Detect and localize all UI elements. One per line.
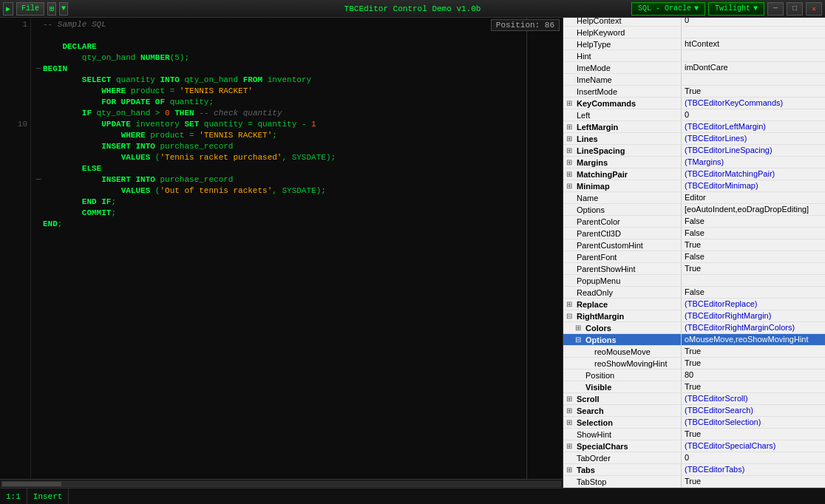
property-list[interactable]: Height580HelpContext0HelpKeywordHelpType…: [563, 18, 825, 488]
toolbar-dropdown[interactable]: ▼: [59, 2, 68, 16]
property-row[interactable]: ParentColorFalse: [563, 216, 825, 228]
property-row[interactable]: ⊞Scroll(TBCEditorScroll): [563, 393, 825, 405]
property-row[interactable]: ⊞MatchingPair(TBCEditorMatchingPair): [563, 168, 825, 180]
expand-icon[interactable]: ⊟: [575, 336, 584, 344]
property-row[interactable]: reoShowMovingHintTrue: [563, 358, 825, 370]
property-row[interactable]: ImeName: [563, 74, 825, 86]
property-row[interactable]: ⊞Minimap(TBCEditorMinimap): [563, 180, 825, 192]
property-row[interactable]: InsertModeTrue: [563, 86, 825, 98]
close-button[interactable]: ✕: [806, 2, 822, 16]
fold-marker[interactable]: [34, 163, 43, 174]
expand-icon[interactable]: ⊞: [566, 442, 575, 450]
property-row[interactable]: HelpTypehtContext: [563, 38, 825, 50]
property-row[interactable]: ImeModeimDontCare: [563, 62, 825, 74]
expand-icon[interactable]: ⊞: [566, 395, 575, 403]
property-row[interactable]: ShowHintTrue: [563, 429, 825, 440]
fold-marker[interactable]: ─: [34, 64, 43, 75]
fold-marker[interactable]: [34, 197, 43, 208]
file-menu[interactable]: File: [16, 2, 44, 16]
property-row[interactable]: ⊞Selection(TBCEditorSelection): [563, 417, 825, 429]
sql-oracle-dropdown[interactable]: SQL - Oracle ▼: [631, 2, 705, 16]
expand-icon[interactable]: ⊞: [566, 99, 575, 107]
property-row[interactable]: NameEditor: [563, 192, 825, 204]
scroll-track[interactable]: [1, 481, 561, 487]
property-name: ⊞Minimap: [563, 180, 682, 191]
expand-icon[interactable]: ⊟: [566, 312, 575, 320]
property-row[interactable]: ⊞KeyCommands(TBCEditorKeyCommands): [563, 98, 825, 109]
fold-marker[interactable]: [34, 108, 43, 119]
expand-icon[interactable]: ⊞: [566, 406, 575, 415]
fold-marker[interactable]: [34, 185, 43, 197]
property-row[interactable]: ParentCtl3DFalse: [563, 228, 825, 239]
property-row[interactable]: ⊟RightMargin(TBCEditorRightMargin): [563, 310, 825, 322]
fold-marker[interactable]: [34, 41, 43, 52]
twilight-dropdown[interactable]: Twilight ▼: [708, 2, 764, 16]
property-row[interactable]: Left0: [563, 109, 825, 121]
code-area[interactable]: Position: 86 -- Sample SQL DECLARE qty_o…: [31, 18, 563, 479]
property-row[interactable]: Options[eoAutoIndent,eoDragDropEditing]: [563, 204, 825, 216]
property-row[interactable]: TabOrder0: [563, 452, 825, 464]
property-row[interactable]: HelpContext0: [563, 18, 825, 27]
fold-marker[interactable]: [34, 130, 43, 141]
property-row[interactable]: ParentShowHintTrue: [563, 263, 825, 275]
expand-icon[interactable]: ⊞: [566, 466, 575, 474]
property-name: ⊞Tabs: [563, 464, 682, 475]
expand-icon[interactable]: ⊞: [566, 418, 575, 426]
fold-marker[interactable]: [34, 119, 43, 130]
property-row[interactable]: Hint: [563, 50, 825, 62]
app-icon[interactable]: ▶: [3, 2, 13, 16]
property-row[interactable]: ⊞Replace(TBCEditorReplace): [563, 299, 825, 310]
property-row[interactable]: ReadOnlyFalse: [563, 287, 825, 299]
property-name: Name: [563, 192, 682, 203]
expand-icon[interactable]: ⊞: [566, 300, 575, 308]
property-row[interactable]: HelpKeyword: [563, 27, 825, 38]
property-row[interactable]: ⊞LeftMargin(TBCEditorLeftMargin): [563, 121, 825, 133]
property-row[interactable]: VisibleTrue: [563, 381, 825, 393]
property-value: True: [682, 239, 825, 251]
property-row[interactable]: ⊞Search(TBCEditorSearch): [563, 405, 825, 417]
property-row[interactable]: ⊞LineSpacing(TBCEditorLineSpacing): [563, 145, 825, 157]
property-name: ParentFont: [563, 251, 682, 262]
fold-marker[interactable]: [34, 219, 43, 230]
property-row[interactable]: Position80: [563, 370, 825, 381]
property-row[interactable]: PopupMenu: [563, 275, 825, 287]
horizontal-scrollbar[interactable]: [0, 479, 563, 488]
property-row[interactable]: ParentCustomHintTrue: [563, 239, 825, 251]
expand-icon[interactable]: ⊞: [575, 324, 584, 332]
expand-icon[interactable]: ⊞: [566, 134, 575, 143]
toolbar-toggle[interactable]: ⊞: [47, 2, 56, 16]
editor-content[interactable]: 1 10 Position: 86 -- Sample SQL DECLARE …: [0, 18, 563, 479]
property-row[interactable]: ⊞Tabs(TBCEditorTabs): [563, 464, 825, 476]
property-name-text: MatchingPair: [577, 170, 628, 179]
line-number: [3, 208, 27, 219]
property-row[interactable]: ParentFontFalse: [563, 251, 825, 263]
expand-icon[interactable]: ⊞: [566, 158, 575, 166]
expand-icon[interactable]: ⊞: [566, 146, 575, 154]
maximize-button[interactable]: □: [787, 2, 803, 16]
fold-marker[interactable]: ─: [34, 174, 43, 185]
property-name: ⊞SpecialChars: [563, 440, 682, 452]
fold-marker[interactable]: [34, 141, 43, 152]
property-row[interactable]: ⊟OptionsoMouseMove,reoShowMovingHint: [563, 334, 825, 346]
fold-marker[interactable]: [34, 208, 43, 219]
expand-icon[interactable]: ⊞: [566, 182, 575, 190]
expand-icon[interactable]: ⊞: [566, 170, 575, 178]
scroll-thumb[interactable]: [2, 482, 61, 486]
property-row[interactable]: reoMouseMoveTrue: [563, 346, 825, 358]
title-bar-left: ▶ File ⊞ ▼: [3, 2, 68, 16]
fold-marker[interactable]: [34, 75, 43, 86]
property-row[interactable]: ⊞SpecialChars(TBCEditorSpecialChars): [563, 440, 825, 452]
fold-marker[interactable]: [34, 30, 43, 41]
fold-marker[interactable]: [34, 86, 43, 97]
property-row[interactable]: ⊞Margins(TMargins): [563, 157, 825, 168]
property-value: (TBCEditorLineSpacing): [682, 145, 825, 156]
fold-marker[interactable]: [34, 19, 43, 30]
property-row[interactable]: ⊞Colors(TBCEditorRightMarginColors): [563, 322, 825, 334]
fold-marker[interactable]: [34, 52, 43, 64]
fold-marker[interactable]: [34, 97, 43, 108]
expand-icon[interactable]: ⊞: [566, 123, 575, 131]
property-row[interactable]: ⊞Lines(TBCEditorLines): [563, 133, 825, 145]
property-row[interactable]: TabStopTrue: [563, 476, 825, 488]
fold-marker[interactable]: [34, 152, 43, 163]
minimize-button[interactable]: ─: [767, 2, 784, 16]
